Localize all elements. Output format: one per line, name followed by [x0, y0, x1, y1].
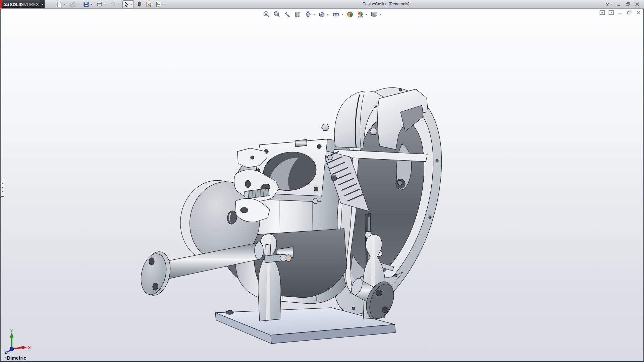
display-style-button[interactable] — [318, 10, 330, 19]
orientation-triad[interactable]: Y X Z — [3, 329, 33, 354]
hide-show-caret[interactable] — [341, 14, 343, 15]
triad-y-label: Y — [10, 329, 13, 333]
window-controls: ? — [606, 0, 644, 8]
view-orientation-caret[interactable] — [313, 14, 315, 15]
engine-casing-model[interactable] — [138, 87, 442, 344]
collapse-right-pane-icon — [608, 10, 614, 15]
zoom-to-fit-icon — [263, 11, 270, 18]
document-title: EngineCasing [Read-only] — [166, 0, 606, 8]
help-button[interactable]: ? — [606, 1, 612, 7]
collapse-right-pane-button[interactable] — [608, 10, 614, 15]
save-icon — [83, 1, 89, 7]
rebuild-button[interactable] — [136, 0, 143, 8]
select-cursor-icon — [123, 1, 129, 7]
doc-minimize-icon — [618, 11, 623, 15]
collapse-left-pane-icon — [599, 10, 605, 15]
doc-minimize-button[interactable] — [617, 10, 623, 15]
flyout-arrow-icon — [42, 3, 43, 6]
edit-appearance-button[interactable] — [346, 10, 355, 19]
view-orientation-label: *Dimetric — [5, 355, 26, 361]
open-folder-icon — [70, 1, 76, 7]
select-tool-button[interactable] — [122, 0, 134, 8]
graphics-viewport[interactable]: Y X Z *Dimetric — [0, 9, 644, 362]
pane-arrow-icon — [2, 187, 3, 189]
feature-pane-collapse-tab[interactable] — [1, 179, 4, 197]
display-style-caret[interactable] — [327, 14, 329, 15]
options-dropdown-caret[interactable] — [163, 4, 165, 5]
save-dropdown-caret[interactable] — [91, 4, 93, 5]
undo-button[interactable] — [109, 0, 120, 8]
hide-show-items-icon — [332, 11, 340, 18]
triad-z-label: Z — [5, 351, 7, 354]
logo-text-bold: SOLID — [10, 2, 23, 7]
file-properties-button[interactable] — [145, 0, 153, 8]
close-button[interactable] — [634, 1, 641, 7]
options-button[interactable] — [155, 0, 166, 8]
hide-show-items-button[interactable] — [331, 10, 344, 19]
logo-mark: ЗS — [3, 2, 9, 7]
help-icon: ? — [606, 2, 609, 7]
section-view-icon — [294, 11, 302, 18]
save-button[interactable] — [82, 0, 94, 8]
main-toolbar — [55, 0, 166, 8]
previous-view-icon — [284, 11, 291, 18]
pane-arrow-icon — [2, 183, 3, 185]
minimize-button[interactable] — [615, 1, 622, 7]
open-dropdown-caret[interactable] — [77, 4, 79, 5]
display-style-icon — [318, 11, 326, 18]
rebuild-traffic-light-icon — [137, 1, 142, 7]
new-dropdown-caret[interactable] — [64, 4, 66, 5]
previous-view-button[interactable] — [283, 10, 292, 19]
zoom-to-fit-button[interactable] — [262, 10, 271, 19]
edit-appearance-icon — [346, 11, 354, 18]
doc-close-button[interactable] — [635, 10, 641, 15]
doc-close-icon — [636, 10, 641, 15]
select-dropdown-caret[interactable] — [131, 4, 133, 5]
solidworks-logo: ЗS SOLIDWORKS — [2, 0, 40, 8]
pane-arrow-icon — [2, 191, 3, 193]
minimize-icon — [616, 2, 621, 6]
view-settings-button[interactable] — [370, 10, 382, 19]
title-bar: ЗS SOLIDWORKS — [0, 0, 644, 9]
undo-dropdown-caret[interactable] — [117, 4, 119, 5]
section-view-button[interactable] — [293, 10, 302, 19]
new-document-icon — [56, 1, 62, 7]
solidworks-window: ЗS SOLIDWORKS — [0, 0, 644, 362]
menu-flyout-arrow[interactable] — [40, 0, 45, 8]
view-orientation-button[interactable] — [304, 10, 316, 19]
apply-scene-caret[interactable] — [366, 14, 368, 15]
options-icon — [156, 1, 162, 7]
zoom-to-area-button[interactable] — [273, 10, 281, 19]
close-icon — [635, 2, 640, 6]
heads-up-view-toolbar — [261, 9, 383, 19]
undo-icon — [110, 1, 116, 7]
file-properties-icon — [146, 1, 152, 7]
doc-restore-icon — [627, 10, 632, 15]
zoom-to-area-icon — [273, 11, 281, 18]
triad-x-label: X — [28, 346, 31, 350]
view-settings-caret[interactable] — [379, 14, 381, 15]
print-dropdown-caret[interactable] — [104, 4, 106, 5]
view-orientation-icon — [305, 11, 312, 18]
print-icon — [97, 1, 103, 7]
new-document-button[interactable] — [55, 0, 67, 8]
model-canvas[interactable] — [1, 9, 644, 362]
apply-scene-button[interactable] — [356, 10, 368, 19]
collapse-left-pane-button[interactable] — [599, 10, 605, 15]
document-window-controls — [599, 10, 641, 15]
logo-text-light: WORKS — [23, 2, 39, 7]
restore-button[interactable] — [625, 1, 631, 7]
help-dropdown-caret — [610, 4, 612, 5]
view-settings-icon — [371, 11, 378, 18]
open-button[interactable] — [69, 0, 80, 8]
restore-icon — [626, 2, 631, 6]
apply-scene-icon — [357, 11, 364, 18]
print-button[interactable] — [96, 0, 107, 8]
doc-restore-button[interactable] — [626, 10, 632, 15]
